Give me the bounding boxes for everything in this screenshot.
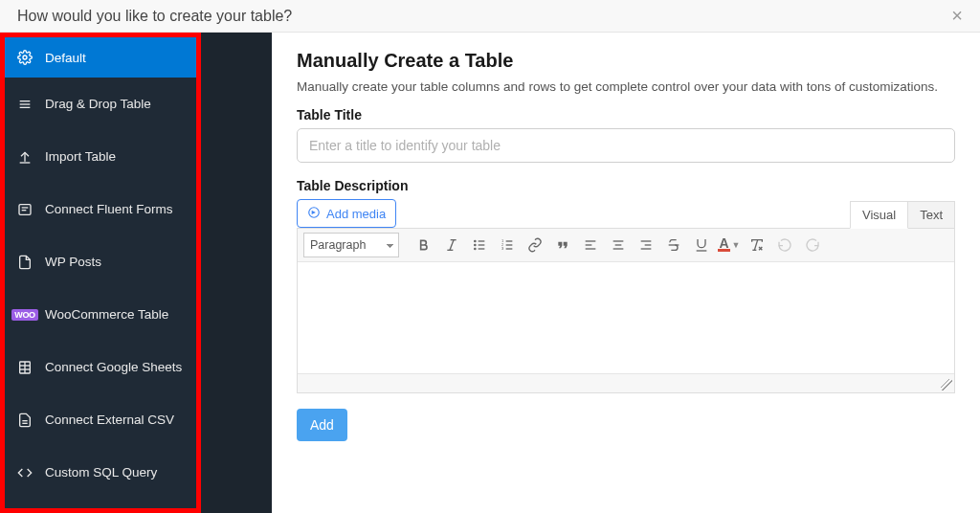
- list-icon: [16, 96, 33, 113]
- file-text-icon: [16, 412, 33, 429]
- table-description-label: Table Description: [297, 178, 408, 193]
- align-center-icon[interactable]: [606, 233, 631, 257]
- gear-icon: [16, 49, 33, 66]
- tab-text[interactable]: Text: [908, 201, 955, 229]
- format-select[interactable]: Paragraph: [303, 233, 399, 257]
- sidebar-item-label: Connect Google Sheets: [45, 360, 182, 374]
- sidebar-item-wp-posts[interactable]: WP Posts: [5, 235, 196, 288]
- page-title: Manually Create a Table: [297, 50, 955, 72]
- sidebar-item-google-sheets[interactable]: Connect Google Sheets: [5, 341, 196, 393]
- sidebar-item-woocommerce[interactable]: WOO WooCommerce Table: [5, 288, 196, 341]
- sidebar: Default Drag & Drop Table Import Table C…: [0, 33, 201, 513]
- quote-icon[interactable]: [550, 233, 575, 257]
- sidebar-item-label: Connect External CSV: [45, 413, 174, 427]
- sidebar-item-label: Default: [45, 51, 86, 65]
- upload-icon: [16, 148, 33, 166]
- underline-icon[interactable]: [689, 233, 714, 257]
- svg-text:3: 3: [501, 246, 504, 251]
- table-title-input[interactable]: [297, 128, 955, 163]
- editor-box: Paragraph 123 A▼: [297, 228, 955, 393]
- sidebar-item-label: WooCommerce Table: [45, 307, 168, 322]
- spreadsheet-icon: [16, 359, 33, 376]
- sidebar-filler: [201, 33, 272, 513]
- sidebar-item-label: Import Table: [45, 149, 116, 164]
- editor-textarea[interactable]: [298, 262, 954, 373]
- editor-toolbar: Paragraph 123 A▼: [298, 229, 954, 262]
- sidebar-item-label: Custom SQL Query: [45, 465, 157, 480]
- sidebar-item-label: Drag & Drop Table: [45, 97, 151, 111]
- bold-icon[interactable]: [412, 233, 436, 257]
- media-icon: [307, 206, 321, 222]
- align-left-icon[interactable]: [578, 233, 603, 257]
- close-icon[interactable]: ×: [951, 5, 963, 27]
- add-button[interactable]: Add: [297, 409, 347, 441]
- sidebar-item-fluent-forms[interactable]: Connect Fluent Forms: [5, 183, 196, 235]
- italic-icon[interactable]: [439, 233, 464, 257]
- form-icon: [16, 201, 33, 218]
- sidebar-item-label: WP Posts: [45, 255, 101, 269]
- editor-statusbar: [298, 373, 954, 392]
- sidebar-item-import[interactable]: Import Table: [5, 130, 196, 183]
- align-right-icon[interactable]: [634, 233, 658, 257]
- sidebar-item-default[interactable]: Default: [5, 37, 196, 78]
- document-icon: [16, 254, 33, 271]
- numbered-list-icon[interactable]: 123: [495, 233, 520, 257]
- add-media-button[interactable]: Add media: [297, 199, 396, 228]
- main-panel: Manually Create a Table Manually create …: [272, 33, 980, 513]
- sidebar-item-external-csv[interactable]: Connect External CSV: [5, 393, 196, 446]
- svg-line-17: [450, 240, 454, 251]
- code-icon: [16, 464, 33, 481]
- sidebar-item-drag-drop[interactable]: Drag & Drop Table: [5, 78, 196, 130]
- clear-formatting-icon[interactable]: [745, 233, 769, 257]
- editor-tabs: Visual Text: [850, 200, 955, 228]
- resize-handle-icon[interactable]: [941, 379, 952, 390]
- page-description: Manually create your table columns and r…: [297, 79, 955, 94]
- redo-icon[interactable]: [800, 233, 825, 257]
- svg-point-20: [475, 248, 476, 249]
- sidebar-item-sql[interactable]: Custom SQL Query: [5, 446, 196, 499]
- strikethrough-icon[interactable]: [661, 233, 686, 257]
- woo-icon: WOO: [16, 306, 33, 323]
- text-color-icon[interactable]: A▼: [717, 233, 742, 257]
- tab-visual[interactable]: Visual: [850, 201, 908, 229]
- sidebar-item-label: Connect Fluent Forms: [45, 202, 173, 216]
- svg-point-0: [23, 56, 27, 59]
- link-icon[interactable]: [523, 233, 547, 257]
- modal-header: How would you like to create your table?…: [0, 0, 980, 33]
- modal-body: Default Drag & Drop Table Import Table C…: [0, 33, 980, 513]
- bullet-list-icon[interactable]: [467, 233, 492, 257]
- undo-icon[interactable]: [772, 233, 797, 257]
- table-title-label: Table Title: [297, 107, 955, 123]
- svg-point-18: [475, 240, 476, 241]
- svg-point-19: [475, 244, 476, 245]
- modal-title: How would you like to create your table?: [17, 8, 292, 25]
